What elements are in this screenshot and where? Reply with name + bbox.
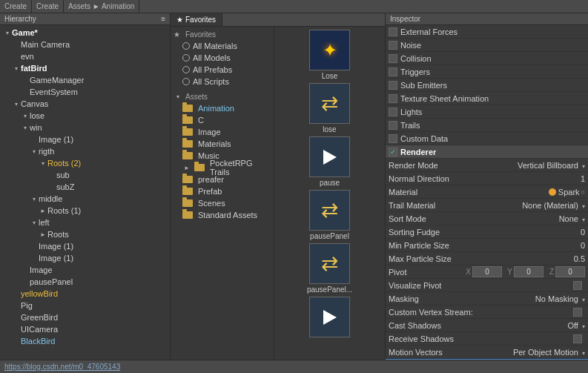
row-masking[interactable]: Masking No Masking ▾ <box>386 292 588 306</box>
fav-all-scripts[interactable]: All Scripts <box>171 76 274 88</box>
pivot-x-value[interactable]: 0 <box>472 266 502 277</box>
row-visualize-pivot[interactable]: Visualize Pivot <box>386 279 588 292</box>
row-trails[interactable]: Trails <box>386 119 588 132</box>
tree-item-blackbird[interactable]: BlackBird <box>0 335 170 347</box>
asset-item-play2[interactable] <box>309 297 350 339</box>
value-motion-vectors[interactable]: Per Object Motion ▾ <box>513 348 585 357</box>
checkbox-renderer[interactable] <box>389 148 397 156</box>
bottom-bar-url[interactable]: https://blog.csdn.net/m0_47605143 <box>4 363 120 371</box>
tree-item-roots-left[interactable]: Roots <box>0 228 170 240</box>
renderer-header[interactable]: Renderer <box>386 145 588 159</box>
tree-item-image1[interactable]: Image (1) <box>0 133 170 145</box>
value-render-mode[interactable]: Vertical Billboard ▾ <box>518 161 585 170</box>
row-normal-direction[interactable]: Normal Direction 1 <box>386 172 588 185</box>
row-collision[interactable]: Collision <box>386 52 588 65</box>
tree-item-main-camera[interactable]: Main Camera <box>0 39 170 50</box>
tree-item-image3[interactable]: Image (1) <box>0 252 170 264</box>
checkbox-lights[interactable] <box>389 108 397 116</box>
value-masking[interactable]: No Masking ▾ <box>535 294 585 303</box>
tree-item-canvas[interactable]: Canvas <box>0 98 170 110</box>
fav-all-models[interactable]: All Models <box>171 52 274 64</box>
pivot-y-value[interactable]: 0 <box>514 266 544 277</box>
checkbox-receive-shadows[interactable] <box>573 334 582 343</box>
tree-item-yellowbird[interactable]: yellowBird <box>0 288 170 300</box>
tree-item-sub[interactable]: sub <box>0 169 170 181</box>
checkbox-custom-vertex[interactable] <box>573 308 582 317</box>
checkbox-triggers[interactable] <box>389 67 397 76</box>
row-receive-shadows[interactable]: Receive Shadows <box>386 332 588 346</box>
tree-item-roots2[interactable]: Roots (2) <box>0 157 170 169</box>
fav-all-materials[interactable]: All Materials <box>171 40 274 52</box>
tree-item-uicamera[interactable]: UICamera <box>0 323 170 335</box>
row-custom-data[interactable]: Custom Data <box>386 132 588 145</box>
asset-standard[interactable]: Standard Assets <box>171 209 274 221</box>
checkbox-texture-sheet[interactable] <box>389 94 397 103</box>
value-cast-shadows[interactable]: Off ▾ <box>541 321 585 330</box>
top-bar-create-left[interactable]: Create <box>0 0 32 13</box>
hierarchy-menu-icon[interactable]: ≡ <box>161 15 165 23</box>
asset-pocketrpg[interactable]: PocketRPG Trails <box>171 162 274 174</box>
tree-item-rigth[interactable]: rigth <box>0 145 170 157</box>
value-sort-mode[interactable]: None ▾ <box>541 214 585 223</box>
asset-image[interactable]: Image <box>171 126 274 138</box>
checkbox-collision[interactable] <box>389 54 397 63</box>
tree-item-left[interactable]: left <box>0 217 170 228</box>
row-render-mode[interactable]: Render Mode Vertical Billboard ▾ <box>386 159 588 172</box>
tree-item-evn[interactable]: evn <box>0 50 170 62</box>
asset-item-lose2[interactable]: ⇄ lose <box>309 83 350 133</box>
tree-item-middle[interactable]: middle <box>0 193 170 205</box>
pivot-z-value[interactable]: 0 <box>555 266 585 277</box>
asset-c[interactable]: C <box>171 114 274 126</box>
asset-prefab[interactable]: Prefab <box>171 185 274 197</box>
checkbox-trails[interactable] <box>389 121 397 130</box>
tree-item-image2[interactable]: Image (1) <box>0 240 170 252</box>
row-min-particle[interactable]: Min Particle Size 0 <box>386 239 588 252</box>
tree-item-roots1[interactable]: Roots (1) <box>0 205 170 217</box>
checkbox-visualize-pivot[interactable] <box>573 281 582 290</box>
fav-all-prefabs[interactable]: All Prefabs <box>171 64 274 76</box>
asset-item-lose[interactable]: Lose <box>309 30 350 80</box>
value-trail-material[interactable]: None (Material) ▾ <box>522 201 585 210</box>
tree-item-win[interactable]: win <box>0 122 170 133</box>
tab-favorites[interactable]: ★ Favorites <box>171 13 222 26</box>
value-material[interactable]: Spark ○ <box>541 188 585 197</box>
tree-item-gamemanager[interactable]: GameManager <box>0 74 170 86</box>
tree-item-eventsystem[interactable]: EventSystem <box>0 86 170 98</box>
asset-item-pausepanel2[interactable]: ⇄ pausePanel... <box>307 243 352 294</box>
tree-item-image-canvas[interactable]: Image <box>0 264 170 276</box>
checkbox-custom-data[interactable] <box>389 134 397 143</box>
top-bar-create-middle[interactable]: Create <box>32 0 64 13</box>
row-cast-shadows[interactable]: Cast Shadows Off ▾ <box>386 319 588 332</box>
hierarchy-tree[interactable]: Game* Main Camera evn fatBird GameManage… <box>0 25 170 360</box>
tree-item-subz[interactable]: subZ <box>0 181 170 193</box>
row-sorting-fudge[interactable]: Sorting Fudge 0 <box>386 225 588 239</box>
asset-animation[interactable]: Animation <box>171 102 274 114</box>
row-max-particle[interactable]: Max Particle Size 0.5 <box>386 252 588 265</box>
tree-item-game[interactable]: Game* <box>0 27 170 39</box>
row-external-forces[interactable]: External Forces <box>386 25 588 39</box>
tree-item-lose[interactable]: lose <box>0 110 170 122</box>
row-sub-emitters[interactable]: Sub Emitters <box>386 79 588 92</box>
checkbox-sub-emitters[interactable] <box>389 81 397 90</box>
row-triggers[interactable]: Triggers <box>386 65 588 79</box>
row-trail-material[interactable]: Trail Material None (Material) ▾ <box>386 199 588 212</box>
row-pivot[interactable]: Pivot X 0 Y 0 Z 0 <box>386 265 588 279</box>
asset-scenes[interactable]: Scenes <box>171 197 274 209</box>
row-texture-sheet[interactable]: Texture Sheet Animation <box>386 92 588 105</box>
row-noise[interactable]: Noise <box>386 39 588 52</box>
circle-icon-material[interactable]: ○ <box>581 188 585 196</box>
asset-materials[interactable]: Materials <box>171 138 274 150</box>
tree-item-fatbird[interactable]: fatBird <box>0 62 170 74</box>
inspector-body[interactable]: External Forces Noise Collision Triggers… <box>386 25 588 360</box>
row-lights[interactable]: Lights <box>386 105 588 119</box>
row-sort-mode[interactable]: Sort Mode None ▾ <box>386 212 588 225</box>
tree-item-pig[interactable]: Pig <box>0 300 170 311</box>
top-bar-assets[interactable]: Assets ► Animation <box>64 0 139 13</box>
asset-item-pausepanel1[interactable]: ⇄ pausePanel <box>309 190 350 240</box>
row-material[interactable]: Material Spark ○ <box>386 185 588 199</box>
row-motion-vectors[interactable]: Motion Vectors Per Object Motion ▾ <box>386 346 588 359</box>
row-custom-vertex[interactable]: Custom Vertex Stream: <box>386 306 588 319</box>
tree-item-greenbird[interactable]: GreenBird <box>0 311 170 323</box>
checkbox-noise[interactable] <box>389 41 397 50</box>
asset-item-pause[interactable]: pause <box>309 136 350 187</box>
